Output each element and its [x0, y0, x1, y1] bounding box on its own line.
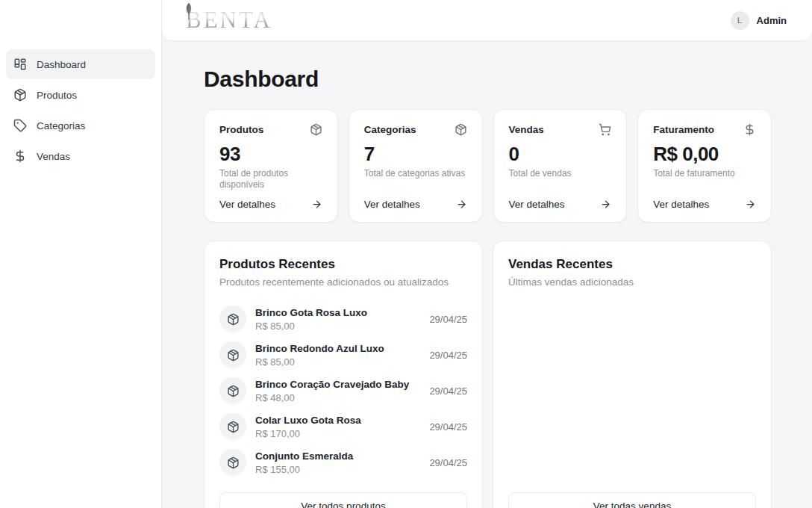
tag-icon	[13, 119, 27, 132]
sidebar: Dashboard Produtos Categorias Vendas	[0, 0, 162, 508]
stat-card-subtitle: Total de categorias ativas	[364, 168, 467, 180]
package-icon	[227, 313, 240, 326]
sidebar-item-vendas[interactable]: Vendas	[6, 141, 155, 171]
user-name: Admin	[757, 15, 787, 26]
view-all-products-button[interactable]: Ver todos produtos	[219, 492, 467, 508]
shopping-cart-icon	[599, 123, 611, 136]
product-price: R$ 85,00	[255, 320, 420, 332]
stat-card-produtos: Produtos 93 Total de produtos disponívei…	[204, 109, 338, 223]
brand-logo-text: BENTA	[186, 7, 272, 33]
product-date: 29/04/25	[429, 314, 467, 325]
sidebar-nav: Dashboard Produtos Categorias Vendas	[0, 0, 161, 171]
sidebar-item-produtos[interactable]: Produtos	[6, 80, 155, 110]
sidebar-item-label: Vendas	[37, 151, 70, 162]
brand-logo: BENTA	[183, 0, 272, 40]
recent-products-panel: Produtos Recentes Produtos recentemente …	[204, 241, 483, 508]
package-icon	[227, 385, 240, 397]
stat-card-value: R$ 0,00	[653, 143, 756, 165]
stat-card-value: 93	[219, 143, 322, 165]
product-date: 29/04/25	[429, 385, 467, 397]
panel-title: Produtos Recentes	[219, 256, 467, 273]
main-content: Dashboard Produtos 93 Total de produtos …	[162, 40, 812, 508]
package-icon	[13, 88, 27, 102]
stat-card-details-link[interactable]: Ver detalhes	[653, 199, 756, 210]
arrow-right-icon	[745, 199, 756, 210]
stat-card-vendas: Vendas 0 Total de vendas Ver detalhes	[493, 109, 628, 223]
page-title: Dashboard	[204, 66, 772, 93]
details-link-label: Ver detalhes	[509, 199, 565, 210]
stat-card-title: Categorias	[364, 124, 416, 135]
panel-subtitle: Últimas vendas adicionadas	[508, 276, 756, 289]
package-icon	[227, 456, 240, 469]
list-item[interactable]: Brinco Redondo Azul Luxo R$ 85,00 29/04/…	[219, 337, 467, 373]
list-item[interactable]: Brinco Gota Rosa Luxo R$ 85,00 29/04/25	[219, 301, 467, 337]
product-date: 29/04/25	[429, 350, 467, 361]
stat-card-title: Vendas	[509, 124, 544, 135]
sidebar-item-dashboard[interactable]: Dashboard	[6, 49, 155, 79]
stat-card-faturamento: Faturamento R$ 0,00 Total de faturamento…	[637, 109, 772, 223]
sidebar-item-categorias[interactable]: Categorias	[6, 111, 155, 140]
view-all-sales-button[interactable]: Ver todas vendas	[508, 492, 756, 508]
product-name: Colar Luxo Gota Rosa	[255, 414, 420, 427]
sidebar-item-label: Dashboard	[37, 59, 86, 70]
product-name: Brinco Gota Rosa Luxo	[255, 306, 420, 319]
panel-title: Vendas Recentes	[508, 256, 756, 273]
details-link-label: Ver detalhes	[219, 199, 275, 210]
arrow-right-icon	[456, 199, 467, 210]
package-icon	[455, 123, 467, 136]
sidebar-item-label: Produtos	[37, 90, 77, 101]
stat-card-details-link[interactable]: Ver detalhes	[364, 199, 467, 210]
details-link-label: Ver detalhes	[653, 199, 709, 210]
product-avatar	[219, 341, 246, 368]
product-avatar	[219, 306, 246, 332]
panels-row: Produtos Recentes Produtos recentemente …	[204, 241, 772, 508]
stat-card-details-link[interactable]: Ver detalhes	[219, 199, 322, 210]
product-name: Conjunto Esmeralda	[255, 450, 420, 462]
list-item[interactable]: Brinco Coração Cravejado Baby R$ 48,00 2…	[219, 373, 467, 409]
dollar-sign-icon	[13, 149, 27, 163]
product-avatar	[219, 449, 246, 476]
layout-dashboard-icon	[13, 58, 27, 71]
avatar[interactable]: L	[731, 11, 749, 30]
list-item[interactable]: Conjunto Esmeralda R$ 155,00 29/04/25	[219, 444, 467, 480]
stat-card-value: 7	[364, 143, 467, 165]
package-icon	[227, 421, 240, 433]
product-date: 29/04/25	[429, 457, 467, 468]
stat-card-title: Produtos	[219, 124, 263, 135]
user-menu[interactable]: L Admin	[731, 11, 787, 30]
stat-card-value: 0	[509, 143, 612, 165]
sidebar-item-label: Categorias	[37, 120, 85, 131]
stat-card-categorias: Categorias 7 Total de categorias ativas …	[349, 109, 483, 223]
product-avatar	[219, 377, 246, 404]
product-price: R$ 48,00	[255, 392, 420, 403]
recent-sales-panel: Vendas Recentes Últimas vendas adicionad…	[493, 241, 772, 508]
stat-card-title: Faturamento	[653, 124, 714, 135]
package-icon	[227, 349, 240, 362]
leaf-icon	[182, 2, 196, 22]
dollar-sign-icon	[743, 123, 756, 136]
stat-cards-row: Produtos 93 Total de produtos disponívei…	[204, 109, 772, 223]
package-icon	[310, 123, 322, 136]
arrow-right-icon	[600, 199, 611, 210]
top-header: BENTA L Admin	[162, 0, 812, 40]
list-item[interactable]: Colar Luxo Gota Rosa R$ 170,00 29/04/25	[219, 409, 467, 444]
arrow-right-icon	[311, 199, 322, 210]
product-name: Brinco Coração Cravejado Baby	[255, 378, 420, 391]
product-date: 29/04/25	[429, 421, 467, 433]
app-window: Dashboard Produtos Categorias Vendas	[0, 0, 812, 508]
product-price: R$ 85,00	[255, 356, 420, 368]
panel-subtitle: Produtos recentemente adicionados ou atu…	[219, 276, 467, 289]
product-price: R$ 170,00	[255, 428, 420, 439]
stat-card-subtitle: Total de faturamento	[653, 168, 756, 180]
details-link-label: Ver detalhes	[364, 199, 420, 210]
product-avatar	[219, 413, 246, 440]
product-price: R$ 155,00	[255, 464, 420, 475]
stat-card-details-link[interactable]: Ver detalhes	[509, 199, 612, 210]
product-name: Brinco Redondo Azul Luxo	[255, 342, 420, 355]
stat-card-subtitle: Total de vendas	[509, 168, 612, 180]
recent-products-list: Brinco Gota Rosa Luxo R$ 85,00 29/04/25 …	[219, 301, 467, 480]
stat-card-subtitle: Total de produtos disponíveis	[219, 168, 322, 191]
